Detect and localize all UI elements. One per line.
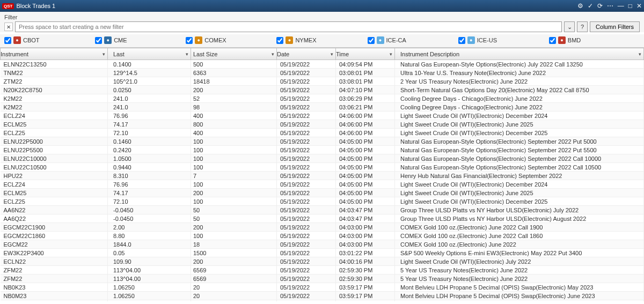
column-header-instrument[interactable]: Instrument▾ [1, 48, 108, 60]
column-header-date[interactable]: Date▾ [277, 48, 336, 60]
cell-description: Natural Gas European-Style Options(Elect… [395, 60, 644, 69]
column-header-instrument-description[interactable]: Instrument Description▾ [395, 48, 644, 60]
table-row[interactable]: TNM22 129^14.5 6363 05/19/2022 03:08:01 … [1, 69, 644, 77]
cell-time: 04:05:00 PM [336, 137, 395, 146]
cell-last-size: 400 [191, 112, 277, 120]
refresh-icon[interactable]: ⟳ [597, 2, 603, 10]
table-row[interactable]: ELNU22C10500 0.9440 100 05/19/2022 04:05… [1, 163, 644, 172]
cell-time: 03:08:01 PM [336, 77, 395, 86]
exchange-item-ice-us[interactable]: ● ICE-US [458, 36, 549, 44]
cell-last: 2.00 [108, 223, 191, 232]
cell-last-size: 6363 [191, 69, 277, 77]
table-row[interactable]: EW3K22P3400 0.05 1500 05/19/2022 03:01:2… [1, 249, 644, 257]
column-header-label: Date [277, 51, 289, 57]
table-row[interactable]: ZFM22 113^04.00 6569 05/19/2022 02:59:30… [1, 275, 644, 283]
column-header-last-size[interactable]: Last Size▾ [191, 48, 277, 60]
table-row[interactable]: EGCM22C1860 8.80 100 05/19/2022 04:03:00… [1, 232, 644, 240]
cell-date: 05/19/2022 [277, 214, 336, 223]
table-wrap[interactable]: Instrument▾Last▾Last Size▾Date▾Time▾Inst… [0, 48, 644, 301]
maximize-icon[interactable]: □ [628, 2, 632, 10]
cell-instrument: N20K22C8750 [1, 86, 108, 94]
table-row[interactable]: ECLZ24 76.96 100 05/19/2022 04:05:00 PM … [1, 180, 644, 189]
exchange-item-ice-ca[interactable]: ● ICE-CA [368, 36, 458, 44]
cell-instrument: K2M22 [1, 94, 108, 103]
column-header-label: Time [336, 51, 349, 57]
column-header-label: Instrument [1, 51, 28, 57]
window-controls: ⚙ ✓ ⟳ ⋯ — □ ✕ [577, 2, 642, 10]
exchange-checkbox[interactable] [458, 37, 465, 44]
exchange-item-cbot[interactable]: ● CBOT [4, 36, 95, 44]
chevron-down-icon[interactable]: ▾ [272, 51, 274, 57]
cell-last: 0.05 [108, 249, 191, 257]
gear-icon[interactable]: ⚙ [577, 2, 583, 10]
minimize-icon[interactable]: — [618, 2, 624, 10]
exchange-checkbox[interactable] [276, 37, 283, 44]
table-row[interactable]: ECLM25 74.17 200 05/19/2022 04:05:00 PM … [1, 189, 644, 197]
table-row[interactable]: EGCM22C1900 2.00 200 05/19/2022 04:03:00… [1, 223, 644, 232]
cell-description: 5 Year US Treasury Notes(Electronic) Jun… [395, 275, 644, 283]
cell-last: 109.90 [108, 257, 191, 266]
filter-input[interactable] [15, 21, 562, 32]
table-row[interactable]: NB0K23 1.06250 20 05/19/2022 03:59:17 PM… [1, 283, 644, 292]
cell-last-size: 18 [191, 240, 277, 249]
table-row[interactable]: NB0J23 1.06250 20 05/19/2022 03:59:17 PM… [1, 300, 644, 302]
filter-clear-button[interactable]: ✕ [4, 23, 13, 31]
exchange-checkbox[interactable] [4, 37, 11, 44]
cell-time: 04:05:00 PM [336, 146, 395, 154]
exchange-item-cme[interactable]: ● CME [95, 36, 186, 44]
cell-description: Mont Belvieu LDH Propane 5 Decimal (OPIS… [395, 292, 644, 300]
filter-dropdown-button[interactable]: ⌄ [564, 21, 575, 32]
chevron-down-icon[interactable]: ▾ [186, 51, 188, 57]
table-row[interactable]: AA6Q22 -0.0450 50 05/19/2022 04:03:47 PM… [1, 214, 644, 223]
exchange-checkbox[interactable] [186, 37, 193, 44]
table-row[interactable]: NB0M23 1.06250 20 05/19/2022 03:59:17 PM… [1, 292, 644, 300]
table-row[interactable]: AA6N22 -0.0450 50 05/19/2022 04:03:47 PM… [1, 206, 644, 214]
chevron-down-icon[interactable]: ▾ [639, 51, 641, 57]
table-row[interactable]: HPU22 8.310 7 05/19/2022 04:05:00 PM Hen… [1, 172, 644, 180]
column-filters-button[interactable]: Column Filters [590, 21, 640, 32]
exchange-checkbox[interactable] [368, 37, 375, 44]
cell-instrument: K2M22 [1, 103, 108, 112]
table-row[interactable]: K2M22 241.0 52 05/19/2022 03:06:29 PM Co… [1, 94, 644, 103]
table-row[interactable]: ZFM22 113^04.00 6569 05/19/2022 02:59:30… [1, 266, 644, 275]
table-row[interactable]: ELNU22C10000 1.0500 100 05/19/2022 04:05… [1, 154, 644, 163]
column-header-last[interactable]: Last▾ [108, 48, 191, 60]
cell-last: 0.0250 [108, 86, 191, 94]
table-row[interactable]: ECLZ25 72.10 400 05/19/2022 04:06:00 PM … [1, 129, 644, 137]
cell-instrument: HPU22 [1, 172, 108, 180]
cell-instrument: ELNU22P5500 [1, 146, 108, 154]
column-header-time[interactable]: Time▾ [336, 48, 395, 60]
table-row[interactable]: EGCM22 1844.0 18 05/19/2022 04:03:00 PM … [1, 240, 644, 249]
cell-last-size: 200 [191, 223, 277, 232]
cell-date: 05/19/2022 [277, 266, 336, 275]
exchange-checkbox[interactable] [549, 37, 556, 44]
table-row[interactable]: ECLZ25 72.10 100 05/19/2022 04:05:00 PM … [1, 197, 644, 206]
chevron-down-icon[interactable]: ▾ [331, 51, 333, 57]
link-icon[interactable]: ✓ [588, 2, 593, 10]
exchange-item-nymex[interactable]: ● NYMEX [276, 36, 367, 44]
table-row[interactable]: ECLN22 109.90 200 05/19/2022 04:00:16 PM… [1, 257, 644, 266]
cell-last: 76.96 [108, 180, 191, 189]
table-row[interactable]: ECLM25 74.17 800 05/19/2022 04:06:00 PM … [1, 120, 644, 129]
filter-help-button[interactable]: ? [577, 21, 588, 32]
chevron-down-icon[interactable]: ▾ [103, 51, 105, 57]
chevron-down-icon[interactable]: ▾ [390, 51, 392, 57]
cell-description: 2 Year US Treasury Notes(Electronic) Jun… [395, 77, 644, 86]
cell-instrument: ELNU22C10000 [1, 154, 108, 163]
table-row[interactable]: K2M22 241.0 98 05/19/2022 03:06:21 PM Co… [1, 103, 644, 112]
cell-time: 04:05:00 PM [336, 172, 395, 180]
cell-last-size: 18418 [191, 77, 277, 86]
table-row[interactable]: ELNN22C13250 0.1400 500 05/19/2022 04:09… [1, 60, 644, 69]
exchange-checkbox[interactable] [95, 37, 102, 44]
table-row[interactable]: N20K22C8750 0.0250 200 05/19/2022 04:07:… [1, 86, 644, 94]
table-row[interactable]: ELNU22P5500 0.2420 100 05/19/2022 04:05:… [1, 146, 644, 154]
cell-time: 03:06:21 PM [336, 103, 395, 112]
exchange-item-comex[interactable]: ● COMEX [186, 36, 276, 44]
table-row[interactable]: ZTM22 105^21.0 18418 05/19/2022 03:08:01… [1, 77, 644, 86]
table-row[interactable]: ECLZ24 76.96 400 05/19/2022 04:06:00 PM … [1, 112, 644, 120]
exchange-label: CME [114, 37, 127, 43]
exchange-item-bmd[interactable]: ● BMD [549, 36, 640, 44]
close-icon[interactable]: ✕ [636, 2, 642, 10]
table-row[interactable]: ELNU22P5000 0.1460 100 05/19/2022 04:05:… [1, 137, 644, 146]
dots-icon[interactable]: ⋯ [607, 2, 613, 10]
